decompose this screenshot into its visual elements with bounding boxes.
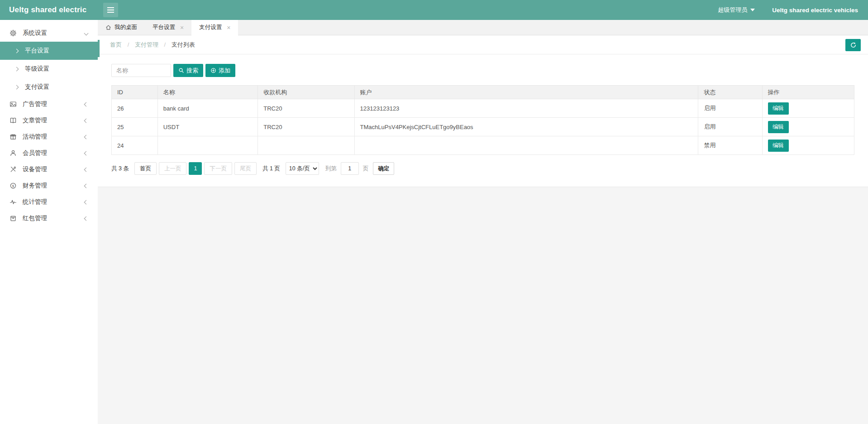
cell-id: 26 — [112, 99, 158, 118]
sidebar-toggle-button[interactable] — [103, 3, 118, 17]
pagination-prev-button[interactable]: 上一页 — [159, 162, 187, 175]
add-button-label: 添加 — [219, 67, 230, 75]
sidebar-subitem-level-settings[interactable]: 等级设置 — [0, 60, 98, 78]
cell-account — [354, 136, 698, 155]
top-bar: Ueltg shared electric 超级管理员 Ueltg shared… — [0, 0, 868, 20]
sidebar-item-redpacket-management[interactable]: 红包管理 — [0, 210, 98, 226]
breadcrumb-home[interactable]: 首页 — [110, 41, 122, 48]
cell-name — [157, 136, 258, 155]
search-input[interactable] — [111, 64, 171, 77]
pagination: 共 3 条 首页 上一页 1 下一页 尾页 共 1 页 10 条/页 到第 页 … — [111, 162, 854, 175]
chevron-left-icon — [84, 135, 89, 139]
chevron-right-icon — [14, 67, 19, 71]
edit-button[interactable]: 编辑 — [768, 121, 789, 133]
status-badge: 启用 — [698, 99, 762, 118]
cell-account: 123123123123 — [354, 99, 698, 118]
tab-payment-settings[interactable]: 支付设置 × — [191, 20, 238, 35]
sidebar-item-statistics-management[interactable]: 统计管理 — [0, 194, 98, 210]
col-header-status: 状态 — [698, 86, 762, 99]
sidebar-item-ad-management[interactable]: 广告管理 — [0, 96, 98, 112]
home-icon — [105, 24, 111, 30]
tab-bar: 我的桌面 平台设置 × 支付设置 × — [98, 20, 868, 35]
chevron-left-icon — [84, 216, 89, 221]
sidebar-item-label: 财务管理 — [23, 182, 47, 190]
sidebar-item-system-settings[interactable]: 系统设置 — [0, 24, 98, 42]
tools-icon — [9, 166, 18, 173]
chevron-left-icon — [84, 118, 89, 123]
col-header-actions: 操作 — [762, 86, 854, 99]
col-header-id: ID — [112, 86, 158, 99]
breadcrumb-separator: / — [164, 41, 166, 48]
user-role-label: 超级管理员 — [718, 6, 747, 14]
payments-table: ID 名称 收款机构 账户 状态 操作 26 bank card TRC20 1… — [111, 85, 854, 155]
sidebar-subitem-payment-settings[interactable]: 支付设置 — [0, 78, 98, 96]
plus-circle-icon — [210, 67, 216, 73]
cell-account: TMachLuPsV4PKejsCjtCFLuETgo9yBEaos — [354, 118, 698, 136]
pagination-first-button[interactable]: 首页 — [134, 162, 157, 175]
accent-strip — [98, 40, 100, 57]
refresh-button[interactable] — [845, 39, 861, 51]
tab-platform-settings[interactable]: 平台设置 × — [145, 20, 191, 35]
sidebar: 系统设置 平台设置 等级设置 支付设置 广告管理 文章管理 活动管理 — [0, 20, 98, 424]
breadcrumb-bar: 首页 / 支付管理 / 支付列表 — [98, 35, 868, 54]
sidebar-item-label: 文章管理 — [23, 116, 47, 125]
sidebar-item-member-management[interactable]: 会员管理 — [0, 145, 98, 161]
chevron-left-icon — [84, 102, 89, 106]
tab-label: 支付设置 — [199, 24, 222, 31]
chevron-left-icon — [84, 151, 89, 155]
pagination-total: 共 3 条 — [111, 165, 129, 173]
goto-page-input[interactable] — [341, 162, 359, 175]
status-badge: 禁用 — [698, 136, 762, 155]
breadcrumb-separator: / — [128, 41, 129, 48]
search-button[interactable]: 搜索 — [173, 64, 203, 77]
breadcrumb-payment-management[interactable]: 支付管理 — [135, 41, 158, 48]
page-size-select[interactable]: 10 条/页 — [286, 162, 319, 175]
cell-id: 25 — [112, 118, 158, 136]
edit-button[interactable]: 编辑 — [768, 102, 789, 115]
sidebar-item-label: 设备管理 — [23, 165, 47, 173]
cell-institution — [258, 136, 354, 155]
hamburger-icon — [107, 7, 114, 13]
close-icon[interactable]: × — [227, 24, 230, 31]
sidebar-item-label: 活动管理 — [23, 133, 47, 141]
sidebar-item-activity-management[interactable]: 活动管理 — [0, 129, 98, 145]
gear-icon — [9, 29, 18, 37]
sidebar-item-article-management[interactable]: 文章管理 — [0, 112, 98, 129]
cell-name: bank card — [157, 99, 258, 118]
col-header-institution: 收款机构 — [258, 86, 354, 99]
add-button[interactable]: 添加 — [205, 64, 235, 77]
app-logo: Ueltg shared electric — [9, 0, 86, 20]
breadcrumb-current: 支付列表 — [172, 41, 195, 48]
col-header-account: 账户 — [354, 86, 698, 99]
pagination-page-1[interactable]: 1 — [189, 162, 202, 175]
edit-button[interactable]: 编辑 — [768, 140, 789, 152]
sidebar-subitem-platform-settings[interactable]: 平台设置 — [0, 42, 98, 60]
pagination-next-button[interactable]: 下一页 — [204, 162, 232, 175]
red-packet-icon — [9, 215, 18, 222]
sidebar-item-device-management[interactable]: 设备管理 — [0, 161, 98, 178]
chevron-right-icon — [14, 85, 19, 89]
goto-confirm-button[interactable]: 确定 — [373, 162, 394, 175]
user-role-dropdown[interactable]: 超级管理员 — [718, 6, 755, 14]
tab-label: 我的桌面 — [114, 24, 137, 31]
cell-institution: TRC20 — [258, 118, 354, 136]
sidebar-item-finance-management[interactable]: $ 财务管理 — [0, 178, 98, 194]
chevron-down-icon — [750, 9, 755, 11]
table-header-row: ID 名称 收款机构 账户 状态 操作 — [112, 86, 854, 99]
table-row: 26 bank card TRC20 123123123123 启用 编辑 — [112, 99, 854, 118]
chevron-left-icon — [84, 183, 89, 188]
table-row: 24 禁用 编辑 — [112, 136, 854, 155]
svg-text:$: $ — [12, 184, 14, 188]
tab-my-desktop[interactable]: 我的桌面 — [98, 20, 145, 35]
close-icon[interactable]: × — [180, 24, 184, 31]
gift-icon — [9, 133, 18, 140]
site-name: Ueltg shared electric vehicles — [772, 7, 858, 14]
cell-name: USDT — [157, 118, 258, 136]
pagination-last-button[interactable]: 尾页 — [234, 162, 257, 175]
chevron-down-icon — [84, 31, 89, 35]
pagination-page-count: 共 1 页 — [262, 165, 280, 173]
col-header-name: 名称 — [157, 86, 258, 99]
refresh-icon — [850, 42, 857, 48]
pulse-icon — [9, 198, 18, 206]
book-icon — [9, 117, 18, 124]
